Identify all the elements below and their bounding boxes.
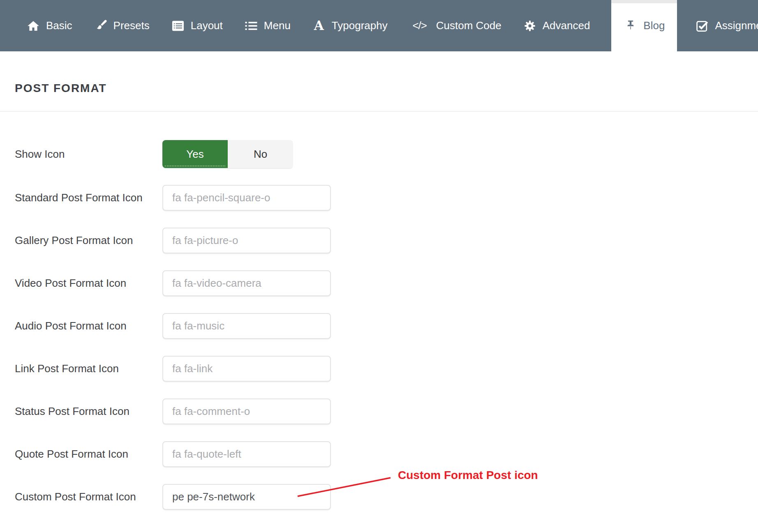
icon-class-input[interactable] [162,270,331,296]
form-row-video: Video Post Format Icon [15,270,758,296]
tab-label: Basic [46,19,72,32]
field-label: Audio Post Format Icon [15,320,162,332]
show-icon-toggle: Yes No [162,140,293,168]
tab-menu[interactable]: Menu [244,0,291,51]
tab-label: Presets [113,19,150,32]
form-row-gallery: Gallery Post Format Icon [15,228,758,253]
font-icon: A [312,19,326,33]
form-row-standard: Standard Post Format Icon [15,185,758,211]
settings-tab-bar: Basic Presets Layout Menu A Typography <… [0,0,758,51]
tab-label: Assignment [715,19,758,32]
field-label: Quote Post Format Icon [15,448,162,461]
icon-class-input[interactable] [162,484,331,510]
tab-label: Layout [191,19,223,32]
pushpin-icon [624,19,638,33]
form-row-custom: Custom Post Format Icon [15,484,758,510]
form-row-link: Link Post Format Icon [15,356,758,382]
icon-class-input[interactable] [162,356,331,382]
tab-layout[interactable]: Layout [171,0,223,51]
section-header: POST FORMAT [0,51,758,112]
code-icon: </> [409,19,430,33]
toggle-yes-button[interactable]: Yes [162,140,228,168]
tab-basic[interactable]: Basic [26,0,72,51]
form-row-audio: Audio Post Format Icon [15,313,758,339]
annotation-label: Custom Format Post icon [398,469,538,482]
tab-label: Custom Code [436,19,501,32]
tab-label: Advanced [543,19,590,32]
tab-label: Menu [264,19,291,32]
gear-icon [523,19,537,33]
icon-class-input[interactable] [162,441,331,467]
field-label: Custom Post Format Icon [15,491,162,503]
toggle-no-button[interactable]: No [228,140,293,168]
post-format-form: Show Icon Yes No Standard Post Format Ic… [0,140,758,510]
field-label: Video Post Format Icon [15,277,162,290]
field-label: Status Post Format Icon [15,405,162,418]
page-title: POST FORMAT [15,82,107,95]
list-icon [244,19,258,33]
tab-presets[interactable]: Presets [94,0,150,51]
show-icon-row: Show Icon Yes No [15,140,758,168]
icon-class-input[interactable] [162,228,331,253]
icon-class-input[interactable] [162,398,331,424]
field-label: Standard Post Format Icon [15,191,162,204]
tab-typography[interactable]: A Typography [312,0,388,51]
paintbrush-icon [94,19,108,33]
check-square-icon [695,19,709,33]
tab-blog[interactable]: Blog [611,0,677,51]
field-label: Gallery Post Format Icon [15,234,162,247]
field-label: Link Post Format Icon [15,362,162,375]
tab-custom-code[interactable]: </> Custom Code [409,0,501,51]
tab-label: Typography [332,19,388,32]
field-label: Show Icon [15,148,162,161]
tab-label: Blog [643,19,665,32]
layout-icon [171,19,185,33]
tab-advanced[interactable]: Advanced [523,0,590,51]
tab-assignment[interactable]: Assignment [695,0,758,51]
icon-class-input[interactable] [162,185,331,211]
icon-class-input[interactable] [162,313,331,339]
form-row-quote: Quote Post Format Icon [15,441,758,467]
home-icon [26,19,40,33]
form-row-status: Status Post Format Icon [15,398,758,424]
